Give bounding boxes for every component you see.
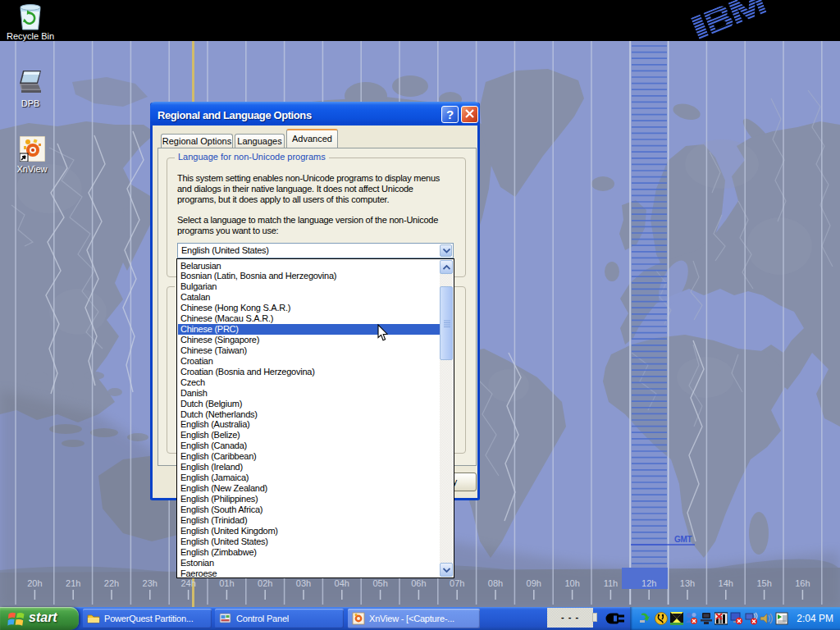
svg-text:20h: 20h — [27, 578, 42, 588]
svg-text:06h: 06h — [411, 578, 426, 588]
svg-text:12h: 12h — [641, 578, 656, 588]
svg-text:14h: 14h — [719, 578, 733, 588]
svg-text:16h: 16h — [795, 578, 810, 588]
svg-text:02h: 02h — [258, 578, 272, 588]
svg-text:07h: 07h — [450, 578, 464, 588]
svg-text:21h: 21h — [66, 578, 80, 588]
svg-text:10h: 10h — [564, 578, 579, 588]
svg-text:15h: 15h — [756, 578, 771, 588]
svg-text:22h: 22h — [104, 578, 119, 588]
svg-text:23h: 23h — [143, 578, 158, 588]
svg-text:13h: 13h — [680, 578, 695, 588]
svg-text:04h: 04h — [335, 578, 349, 588]
svg-text:03h: 03h — [296, 578, 311, 588]
svg-text:24h: 24h — [180, 578, 195, 588]
svg-text:08h: 08h — [488, 578, 503, 588]
svg-text:11h: 11h — [604, 578, 619, 588]
svg-text:09h: 09h — [527, 578, 541, 588]
svg-text:01h: 01h — [219, 578, 234, 588]
svg-text:GMT: GMT — [674, 535, 692, 544]
svg-text:05h: 05h — [372, 578, 387, 588]
